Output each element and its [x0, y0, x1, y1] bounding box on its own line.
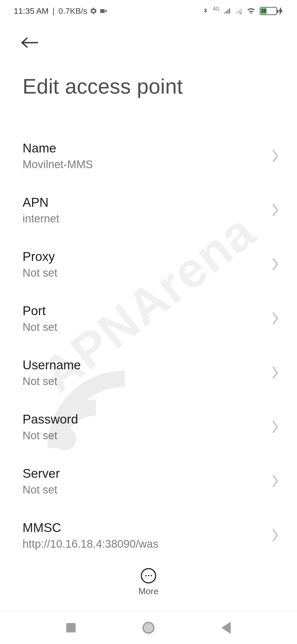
status-bar: 11:35 AM | 0.7KB/s 4G 38 — [0, 0, 297, 22]
row-mmsc[interactable]: MMSC http://10.16.18.4:38090/was — [0, 508, 297, 562]
row-server[interactable]: Server Not set — [0, 454, 297, 508]
chevron-right-icon — [272, 150, 279, 162]
chevron-right-icon — [272, 529, 279, 541]
chevron-right-icon — [272, 258, 279, 270]
chevron-right-icon — [272, 475, 279, 487]
row-name[interactable]: Name Movilnet-MMS — [0, 129, 297, 183]
wifi-icon — [246, 7, 256, 15]
chevron-right-icon — [272, 421, 279, 433]
chevron-right-icon — [272, 204, 279, 216]
signal-bars-sim2-icon — [235, 7, 243, 15]
battery-percentage: 38 — [261, 8, 266, 14]
nav-recents-button[interactable] — [66, 623, 76, 632]
row-label: MMSC — [23, 520, 272, 535]
row-label: Port — [23, 303, 272, 318]
nav-home-button[interactable] — [142, 622, 155, 634]
row-label: Name — [23, 141, 272, 155]
bottom-action-bar: More — [0, 561, 297, 603]
page-title: Edit access point — [21, 52, 283, 98]
row-label: APN — [23, 195, 272, 210]
row-value: Movilnet-MMS — [23, 158, 272, 171]
row-label: Username — [23, 358, 272, 372]
arrow-left-icon — [21, 36, 38, 49]
dot-icon — [148, 575, 149, 576]
status-network-rate: 0.7KB/s — [59, 6, 87, 16]
row-value: Not set — [23, 484, 272, 496]
row-value: http://10.16.18.4:38090/was — [23, 538, 272, 550]
signal-bars-sim1-icon — [223, 7, 231, 15]
chevron-right-icon — [272, 367, 279, 379]
system-nav-bar — [0, 611, 297, 644]
row-apn[interactable]: APN internet — [0, 183, 297, 237]
settings-gear-icon — [90, 7, 97, 15]
charging-bolt-icon — [278, 7, 283, 15]
row-port[interactable]: Port Not set — [0, 291, 297, 345]
row-value: Not set — [23, 375, 272, 388]
row-label: Server — [23, 466, 272, 481]
row-label: Proxy — [23, 249, 272, 264]
row-username[interactable]: Username Not set — [0, 345, 297, 400]
camera-icon — [100, 7, 107, 15]
back-button[interactable] — [21, 33, 40, 52]
apn-settings-list: Name Movilnet-MMS APN internet Proxy Not… — [0, 129, 297, 616]
row-value: Not set — [23, 267, 272, 279]
dot-icon — [151, 575, 152, 576]
battery-indicator: 38 — [260, 7, 283, 15]
more-label: More — [139, 586, 159, 596]
row-value: Not set — [23, 429, 272, 442]
row-value: Not set — [23, 321, 272, 333]
chevron-right-icon — [272, 312, 279, 324]
bluetooth-icon — [202, 7, 209, 15]
dot-icon — [145, 575, 147, 576]
more-button[interactable] — [141, 568, 156, 583]
row-password[interactable]: Password Not set — [0, 400, 297, 454]
row-proxy[interactable]: Proxy Not set — [0, 237, 297, 291]
row-label: Password — [23, 412, 272, 427]
row-value: internet — [23, 212, 272, 225]
status-separator: | — [53, 6, 55, 16]
nav-back-button[interactable] — [221, 622, 231, 634]
status-4g-badge: 4G — [213, 6, 219, 11]
status-time: 11:35 AM — [14, 6, 49, 16]
